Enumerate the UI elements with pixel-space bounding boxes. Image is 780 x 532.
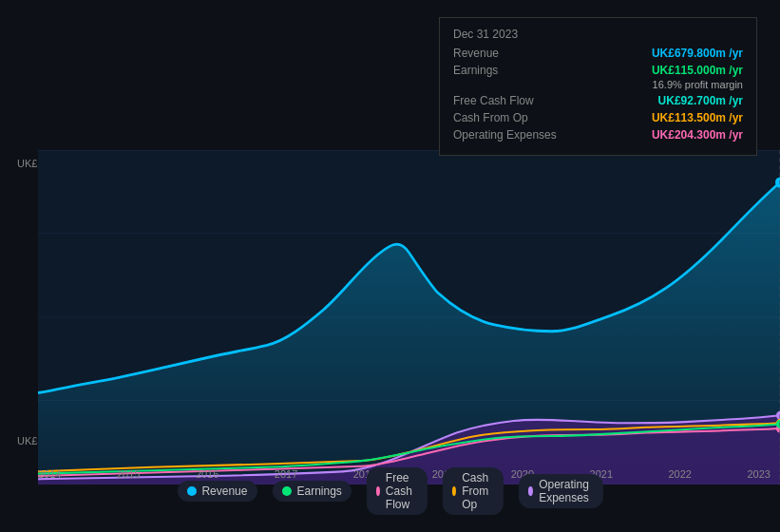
legend-dot-cashfromop	[452, 486, 456, 496]
chart-svg	[38, 150, 780, 484]
chart-svg-area	[38, 150, 780, 484]
tooltip-label-opex: Operating Expenses	[453, 128, 567, 142]
legend-revenue[interactable]: Revenue	[177, 481, 257, 502]
legend-dot-fcf	[376, 486, 380, 496]
legend-opex[interactable]: Operating Expenses	[519, 474, 603, 508]
legend-cashfromop[interactable]: Cash From Op	[443, 467, 504, 515]
tooltip-value-earnings: UK£115.000m /yr	[652, 64, 743, 77]
tooltip-row-fcf: Free Cash Flow UK£92.700m /yr	[453, 94, 743, 107]
legend-label-cashfromop: Cash From Op	[462, 471, 494, 511]
tooltip-row-earnings: Earnings UK£115.000m /yr	[453, 64, 743, 77]
legend-earnings[interactable]: Earnings	[272, 481, 351, 502]
x-label-2023: 2023	[747, 468, 770, 480]
legend-label-earnings: Earnings	[296, 484, 341, 498]
tooltip-row-revenue: Revenue UK£679.800m /yr	[453, 47, 743, 60]
tooltip-label-revenue: Revenue	[453, 47, 567, 60]
tooltip-row-opex: Operating Expenses UK£204.300m /yr	[453, 128, 743, 142]
legend-label-opex: Operating Expenses	[539, 478, 593, 504]
tooltip-label-earnings: Earnings	[453, 64, 567, 77]
x-label-2022: 2022	[669, 468, 692, 480]
tooltip-box: Dec 31 2023 Revenue UK£679.800m /yr Earn…	[439, 17, 757, 156]
chart-legend: Revenue Earnings Free Cash Flow Cash Fro…	[177, 467, 602, 515]
legend-dot-earnings	[281, 486, 291, 496]
tooltip-label-fcf: Free Cash Flow	[453, 94, 567, 107]
tooltip-value-cashfromop: UK£113.500m /yr	[652, 111, 743, 124]
tooltip-row-cashfromop: Cash From Op UK£113.500m /yr	[453, 111, 743, 124]
tooltip-value-revenue: UK£679.800m /yr	[652, 47, 743, 60]
x-label-2014: 2014	[38, 468, 61, 480]
legend-dot-opex	[528, 486, 533, 496]
legend-dot-revenue	[186, 486, 196, 496]
tooltip-label-cashfromop: Cash From Op	[453, 111, 567, 124]
tooltip-value-opex: UK£204.300m /yr	[652, 128, 743, 142]
chart-container: Dec 31 2023 Revenue UK£679.800m /yr Earn…	[0, 0, 780, 532]
tooltip-profit-margin: 16.9% profit margin	[453, 79, 743, 90]
legend-label-fcf: Free Cash Flow	[386, 471, 418, 511]
x-label-2015: 2015	[117, 468, 140, 480]
legend-label-revenue: Revenue	[201, 484, 247, 498]
tooltip-title: Dec 31 2023	[453, 28, 743, 41]
legend-fcf[interactable]: Free Cash Flow	[367, 467, 428, 515]
tooltip-value-fcf: UK£92.700m /yr	[658, 94, 743, 107]
